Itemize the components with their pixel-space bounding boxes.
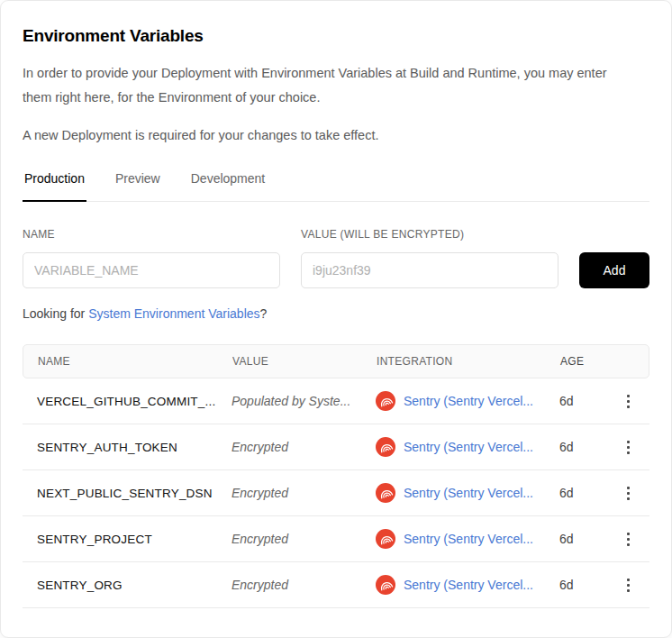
system-environment-variables-link[interactable]: System Environment Variables	[88, 306, 259, 321]
column-header-value: VALUE	[232, 355, 377, 368]
variables-table: NAME VALUE INTEGRATION AGE VERCEL_GITHUB…	[23, 344, 649, 608]
table-row: NEXT_PUBLIC_SENTRY_DSN Encrypted Sentry …	[23, 470, 649, 516]
table-row: SENTRY_PROJECT Encrypted Sentry (Sentry …	[23, 516, 649, 562]
tab-preview[interactable]: Preview	[114, 160, 162, 202]
table-row: VERCEL_GITHUB_COMMIT_... Populated by Sy…	[23, 378, 649, 424]
variable-name-cell: SENTRY_PROJECT	[23, 533, 232, 546]
age-cell: 6d	[559, 532, 610, 546]
variable-name-cell: VERCEL_GITHUB_COMMIT_...	[23, 395, 232, 408]
sentry-icon	[376, 391, 395, 411]
value-field-group: VALUE (WILL BE ENCRYPTED)	[301, 228, 558, 288]
add-variable-form: NAME VALUE (WILL BE ENCRYPTED) Add	[23, 228, 649, 288]
column-header-age: AGE	[560, 355, 611, 368]
integration-cell: Sentry (Sentry Vercel...	[376, 529, 559, 549]
integration-cell: Sentry (Sentry Vercel...	[376, 575, 559, 595]
sentry-icon	[376, 575, 395, 595]
variable-name-cell: SENTRY_AUTH_TOKEN	[23, 441, 232, 454]
variable-name-cell: NEXT_PUBLIC_SENTRY_DSN	[23, 487, 232, 500]
page-title: Environment Variables	[23, 25, 649, 47]
table-header-row: NAME VALUE INTEGRATION AGE	[23, 344, 649, 378]
integration-cell: Sentry (Sentry Vercel...	[376, 391, 559, 411]
kebab-menu-icon[interactable]	[623, 575, 633, 596]
sentry-icon	[376, 529, 395, 549]
environment-variables-panel: Environment Variables In order to provid…	[0, 0, 672, 638]
system-env-hint: Looking for System Environment Variables…	[23, 306, 649, 321]
hint-suffix: ?	[260, 306, 268, 321]
table-row: SENTRY_ORG Encrypted Sentry (Sentry Verc…	[23, 562, 649, 608]
age-cell: 6d	[559, 394, 610, 408]
integration-link[interactable]: Sentry (Sentry Vercel...	[404, 394, 533, 408]
kebab-menu-icon[interactable]	[623, 529, 633, 550]
panel-description: In order to provide your Deployment with…	[23, 61, 635, 110]
variable-value-cell: Encrypted	[232, 486, 376, 500]
table-body: VERCEL_GITHUB_COMMIT_... Populated by Sy…	[23, 378, 649, 608]
age-cell: 6d	[559, 486, 610, 500]
sentry-icon	[376, 483, 395, 503]
add-button[interactable]: Add	[579, 252, 649, 288]
panel-description-note: A new Deployment is required for your ch…	[23, 123, 635, 148]
age-cell: 6d	[559, 440, 610, 454]
age-cell: 6d	[559, 578, 610, 592]
variable-name-input[interactable]	[23, 252, 280, 288]
integration-link[interactable]: Sentry (Sentry Vercel...	[404, 440, 533, 454]
variable-value-cell: Encrypted	[232, 440, 376, 454]
column-header-integration: INTEGRATION	[377, 355, 560, 368]
value-field-label: VALUE (WILL BE ENCRYPTED)	[301, 228, 558, 241]
integration-link[interactable]: Sentry (Sentry Vercel...	[404, 578, 533, 592]
tab-production[interactable]: Production	[23, 160, 86, 202]
variable-value-cell: Populated by Syste...	[232, 394, 376, 408]
integration-link[interactable]: Sentry (Sentry Vercel...	[404, 532, 533, 546]
kebab-menu-icon[interactable]	[623, 437, 633, 458]
integration-cell: Sentry (Sentry Vercel...	[376, 483, 559, 503]
table-row: SENTRY_AUTH_TOKEN Encrypted Sentry (Sent…	[23, 424, 649, 470]
column-header-name: NAME	[23, 355, 232, 368]
variable-value-cell: Encrypted	[232, 578, 376, 592]
kebab-menu-icon[interactable]	[623, 391, 633, 412]
variable-value-cell: Encrypted	[232, 532, 376, 546]
variable-name-cell: SENTRY_ORG	[23, 579, 232, 592]
integration-cell: Sentry (Sentry Vercel...	[376, 437, 559, 457]
name-field-label: NAME	[23, 228, 280, 241]
hint-prefix: Looking for	[23, 306, 88, 321]
integration-link[interactable]: Sentry (Sentry Vercel...	[404, 486, 533, 500]
tab-development[interactable]: Development	[189, 160, 268, 202]
environment-tabs: Production Preview Development	[23, 160, 649, 202]
kebab-menu-icon[interactable]	[623, 483, 633, 504]
variable-value-input[interactable]	[301, 252, 558, 288]
sentry-icon	[376, 437, 395, 457]
name-field-group: NAME	[23, 228, 280, 288]
